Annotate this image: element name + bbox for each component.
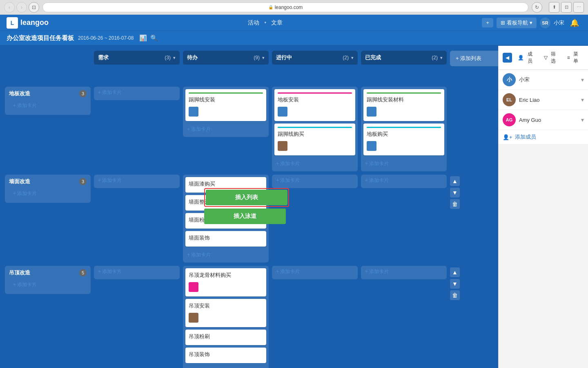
sw2-jxz-col: + 添加卡片 bbox=[272, 175, 358, 188]
sw2-del-btn[interactable]: 🗑 bbox=[450, 199, 460, 209]
card-c3[interactable]: 踢脚线购买 bbox=[274, 123, 355, 155]
card-title-c2: 地板安装 bbox=[278, 96, 352, 103]
logo-icon: L bbox=[7, 17, 18, 29]
card-title-c13: 吊顶装饰 bbox=[189, 351, 263, 358]
menu-tab[interactable]: ≡ 菜单 bbox=[564, 49, 584, 66]
add-list-button[interactable]: + 添加列表 bbox=[450, 51, 498, 66]
board-dates: 2016-06-26 ~ 2016-07-08 bbox=[78, 35, 134, 41]
insert-swimlane-button[interactable]: 插入泳道 bbox=[204, 209, 286, 224]
list-header-jxz: 进行中 (2) ▾ bbox=[272, 51, 358, 65]
sw3-down-btn[interactable]: ▼ bbox=[450, 279, 460, 289]
add-card-sw3-ywc[interactable]: + 添加卡片 bbox=[361, 266, 447, 278]
add-card-sw1-jxz[interactable]: + 添加卡片 bbox=[272, 158, 358, 170]
card-c12[interactable]: 吊顶粉刷 bbox=[185, 330, 266, 345]
nav-activity[interactable]: 活动 bbox=[248, 19, 259, 27]
add-member-button[interactable]: 👤+ 添加成员 bbox=[499, 130, 588, 144]
sw1-jxz-col: 地板安装 踢脚线购买 + 添加卡片 bbox=[272, 87, 358, 171]
card-title-c5: 地板购买 bbox=[367, 130, 441, 138]
list-title-ywc: 已完成 bbox=[365, 54, 429, 61]
add-card-sw2-jxz[interactable]: + 添加卡片 bbox=[272, 175, 358, 186]
sw3-up-btn[interactable]: ▲ bbox=[450, 267, 460, 277]
add-card-sw2-xq[interactable]: + 添加卡片 bbox=[94, 175, 180, 186]
address-bar[interactable]: 🔒 leangoo.com bbox=[42, 2, 528, 12]
sw3-ywc-col: + 添加卡片 bbox=[361, 266, 447, 279]
sw1-xq-col: + 添加卡片 bbox=[94, 87, 180, 100]
grid-button[interactable]: ⊞ 看板导航 ▾ bbox=[497, 18, 537, 28]
list-header-xq: 需求 (3) ▾ bbox=[94, 51, 180, 65]
add-card-sw3-xq[interactable]: + 添加卡片 bbox=[94, 266, 180, 278]
window-toggle[interactable]: ⊡ bbox=[29, 2, 39, 13]
add-card-sw3-jxz[interactable]: + 添加卡片 bbox=[272, 266, 358, 278]
insert-list-button[interactable]: 插入列表 bbox=[206, 190, 287, 205]
card-title-c11: 吊顶安装 bbox=[189, 302, 263, 310]
card-avatar-c2 bbox=[278, 107, 287, 117]
people-icon: 👤 bbox=[518, 55, 524, 61]
sw3-db-col: 吊顶龙骨材料购买 吊顶安装 吊顶粉刷 吊顶装饰 + 添加卡片 bbox=[183, 266, 269, 368]
nav-dot: • bbox=[264, 19, 266, 27]
add-card-sw3-db[interactable]: + 添加卡片 bbox=[183, 366, 269, 368]
more-button[interactable]: ⋯ bbox=[573, 2, 584, 13]
search-icon[interactable]: 🔍 bbox=[150, 34, 158, 42]
nav-chevron: ▾ bbox=[530, 20, 532, 26]
bell-button[interactable]: 🔔 bbox=[568, 18, 581, 28]
share-button[interactable]: ⬆ bbox=[549, 2, 559, 13]
swimlane-title-1: 地板改造 bbox=[9, 90, 30, 96]
add-card-sw1[interactable]: + 添加卡片 bbox=[9, 100, 87, 112]
add-button[interactable]: + bbox=[482, 18, 493, 27]
member-filter-xsong[interactable]: ▾ bbox=[581, 76, 584, 83]
reload-button[interactable]: ↻ bbox=[532, 2, 542, 13]
bookmark-button[interactable]: ⊡ bbox=[561, 2, 572, 13]
card-c5[interactable]: 地板购买 bbox=[363, 123, 444, 155]
add-card-sw2-db[interactable]: + 添加卡片 bbox=[183, 249, 269, 261]
sub-header: 办公室改造项目任务看板 2016-06-26 ~ 2016-07-08 📊 🔍 bbox=[0, 31, 588, 46]
chart-icon[interactable]: 📊 bbox=[139, 34, 147, 42]
sw3-del-btn[interactable]: 🗑 bbox=[450, 290, 460, 300]
nav-articles[interactable]: 文章 bbox=[271, 19, 283, 27]
add-card-sw3[interactable]: + 添加卡片 bbox=[9, 279, 87, 291]
card-avatar-c10 bbox=[189, 282, 198, 292]
forward-button[interactable]: › bbox=[16, 2, 27, 13]
member-item-eric: EL Eric Liao ▾ bbox=[499, 90, 588, 110]
add-card-sw1-xq[interactable]: + 添加卡片 bbox=[94, 87, 180, 99]
add-card-sw2-ywc[interactable]: + 添加卡片 bbox=[361, 175, 447, 186]
back-button[interactable]: ‹ bbox=[4, 2, 15, 13]
member-filter-amy[interactable]: ▾ bbox=[581, 117, 584, 123]
sidebar-header: ◀ 👤 成员 ▽ 筛选 ≡ 菜单 bbox=[499, 46, 588, 70]
card-c2[interactable]: 地板安装 bbox=[274, 89, 355, 121]
add-list-column: + 添加列表 bbox=[450, 51, 498, 66]
filter-label: 筛选 bbox=[549, 51, 558, 65]
card-title-c6: 墙面漆购买 bbox=[189, 180, 263, 188]
sidebar-collapse-button[interactable]: ◀ bbox=[503, 53, 512, 63]
members-tab[interactable]: 👤 成员 bbox=[514, 49, 538, 66]
card-title-c9: 墙面装饰 bbox=[189, 234, 263, 242]
card-title-c3: 踢脚线购买 bbox=[278, 130, 352, 138]
member-item-xsong: 小 小宋 ▾ bbox=[499, 70, 588, 90]
card-c4[interactable]: 踢脚线安装材料 bbox=[363, 89, 444, 121]
app-nav: 活动 • 文章 bbox=[49, 19, 482, 27]
sw2-up-btn[interactable]: ▲ bbox=[450, 176, 460, 186]
sw2-down-btn[interactable]: ▼ bbox=[450, 188, 460, 197]
member-avatar-amy: AG bbox=[503, 113, 516, 126]
card-c1[interactable]: 踢脚线安装 bbox=[185, 89, 266, 121]
swimlane-title-3: 吊顶改造 bbox=[9, 269, 30, 276]
add-card-sw1-db[interactable]: + 添加卡片 bbox=[183, 123, 269, 135]
swimlane-title-2: 墙面改造 bbox=[9, 178, 30, 184]
card-c10[interactable]: 吊顶龙骨材料购买 bbox=[185, 268, 266, 296]
card-avatar-c5 bbox=[367, 141, 376, 151]
card-c11[interactable]: 吊顶安装 bbox=[185, 299, 266, 327]
add-card-sw1-ywc[interactable]: + 添加卡片 bbox=[361, 158, 447, 170]
member-filter-eric[interactable]: ▾ bbox=[581, 96, 584, 103]
header-right: + ⊞ 看板导航 ▾ SR 小宋 🔔 bbox=[482, 18, 581, 28]
card-avatar-c1 bbox=[189, 107, 198, 117]
card-c9[interactable]: 墙面装饰 bbox=[185, 231, 266, 247]
filter-tab[interactable]: ▽ 筛选 bbox=[541, 49, 561, 66]
swimlane-badge-2: 3 bbox=[79, 178, 87, 185]
grid-icon: ⊞ bbox=[501, 20, 505, 26]
card-c13[interactable]: 吊顶装饰 bbox=[185, 348, 266, 363]
lock-icon: 🔒 bbox=[268, 5, 273, 9]
app-logo: L leangoo bbox=[7, 17, 49, 29]
list-title-xq: 需求 bbox=[98, 54, 162, 61]
sw3-xq-col: + 添加卡片 bbox=[94, 266, 180, 279]
browser-chrome: ‹ › ⊡ 🔒 leangoo.com ↻ ⬆ ⊡ ⋯ bbox=[0, 0, 588, 15]
add-card-sw2[interactable]: + 添加卡片 bbox=[9, 188, 87, 200]
